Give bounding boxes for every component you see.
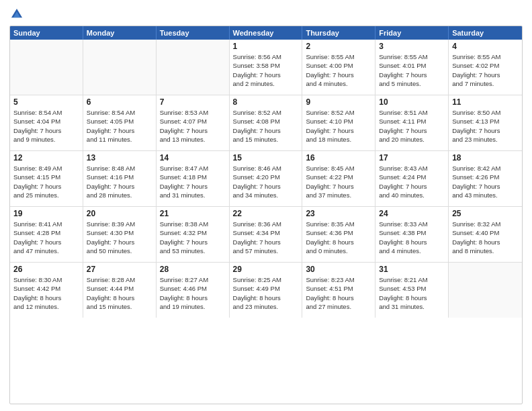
weekday-header: Monday [83, 26, 157, 40]
day-info: Sunrise: 8:53 AM Sunset: 4:07 PM Dayligh… [160, 108, 226, 144]
logo [9, 7, 27, 21]
day-info: Sunrise: 8:43 AM Sunset: 4:24 PM Dayligh… [379, 164, 445, 199]
day-info: Sunrise: 8:49 AM Sunset: 4:15 PM Dayligh… [13, 164, 79, 199]
calendar-row: 26Sunrise: 8:30 AM Sunset: 4:42 PM Dayli… [10, 263, 522, 318]
calendar-cell: 16Sunrise: 8:45 AM Sunset: 4:22 PM Dayli… [302, 151, 375, 206]
day-number: 6 [87, 97, 152, 107]
day-info: Sunrise: 8:46 AM Sunset: 4:20 PM Dayligh… [233, 164, 299, 199]
weekday-header: Wednesday [230, 26, 303, 40]
day-info: Sunrise: 8:54 AM Sunset: 4:04 PM Dayligh… [13, 108, 79, 144]
day-number: 31 [379, 265, 445, 274]
calendar-cell [83, 40, 157, 95]
calendar-cell: 24Sunrise: 8:33 AM Sunset: 4:38 PM Dayli… [375, 207, 449, 262]
day-number: 4 [452, 42, 519, 51]
day-number: 30 [306, 265, 371, 274]
day-number: 27 [87, 265, 152, 274]
day-info: Sunrise: 8:28 AM Sunset: 4:44 PM Dayligh… [87, 275, 152, 311]
day-info: Sunrise: 8:23 AM Sunset: 4:51 PM Dayligh… [306, 275, 371, 311]
day-info: Sunrise: 8:41 AM Sunset: 4:28 PM Dayligh… [13, 220, 79, 255]
day-number: 7 [160, 97, 226, 107]
day-info: Sunrise: 8:56 AM Sunset: 3:58 PM Dayligh… [233, 52, 299, 88]
day-info: Sunrise: 8:55 AM Sunset: 4:02 PM Dayligh… [452, 52, 519, 88]
day-number: 21 [160, 209, 226, 218]
day-number: 19 [13, 209, 79, 218]
day-number: 10 [379, 97, 445, 107]
calendar-cell: 11Sunrise: 8:50 AM Sunset: 4:13 PM Dayli… [449, 95, 522, 150]
day-info: Sunrise: 8:35 AM Sunset: 4:36 PM Dayligh… [306, 220, 371, 255]
calendar-row: 12Sunrise: 8:49 AM Sunset: 4:15 PM Dayli… [10, 151, 522, 207]
weekday-header: Sunday [10, 26, 83, 40]
day-info: Sunrise: 8:30 AM Sunset: 4:42 PM Dayligh… [13, 275, 79, 311]
day-number: 2 [306, 42, 371, 51]
calendar-cell: 8Sunrise: 8:52 AM Sunset: 4:08 PM Daylig… [230, 95, 303, 150]
header [9, 7, 523, 21]
calendar-cell: 17Sunrise: 8:43 AM Sunset: 4:24 PM Dayli… [375, 151, 449, 206]
day-number: 20 [87, 209, 152, 218]
day-info: Sunrise: 8:36 AM Sunset: 4:34 PM Dayligh… [233, 220, 299, 255]
calendar-cell: 27Sunrise: 8:28 AM Sunset: 4:44 PM Dayli… [83, 263, 157, 318]
day-info: Sunrise: 8:42 AM Sunset: 4:26 PM Dayligh… [452, 164, 519, 199]
day-info: Sunrise: 8:52 AM Sunset: 4:10 PM Dayligh… [306, 108, 371, 144]
calendar-body: 1Sunrise: 8:56 AM Sunset: 3:58 PM Daylig… [10, 40, 522, 318]
day-number: 1 [233, 42, 299, 51]
day-number: 29 [233, 265, 299, 274]
day-number: 14 [160, 153, 226, 163]
day-info: Sunrise: 8:21 AM Sunset: 4:53 PM Dayligh… [379, 275, 445, 311]
calendar-cell: 13Sunrise: 8:48 AM Sunset: 4:16 PM Dayli… [83, 151, 157, 206]
calendar-cell: 28Sunrise: 8:27 AM Sunset: 4:46 PM Dayli… [157, 263, 230, 318]
page: SundayMondayTuesdayWednesdayThursdayFrid… [0, 0, 532, 411]
weekday-header: Saturday [449, 26, 522, 40]
day-info: Sunrise: 8:27 AM Sunset: 4:46 PM Dayligh… [160, 275, 226, 311]
calendar-cell: 6Sunrise: 8:54 AM Sunset: 4:05 PM Daylig… [83, 95, 157, 150]
day-info: Sunrise: 8:38 AM Sunset: 4:32 PM Dayligh… [160, 220, 226, 255]
calendar-cell: 2Sunrise: 8:55 AM Sunset: 4:00 PM Daylig… [302, 40, 375, 95]
calendar-cell: 15Sunrise: 8:46 AM Sunset: 4:20 PM Dayli… [230, 151, 303, 206]
calendar-cell: 12Sunrise: 8:49 AM Sunset: 4:15 PM Dayli… [10, 151, 83, 206]
calendar-cell [10, 40, 83, 95]
day-info: Sunrise: 8:50 AM Sunset: 4:13 PM Dayligh… [452, 108, 519, 144]
calendar-cell: 3Sunrise: 8:55 AM Sunset: 4:01 PM Daylig… [375, 40, 449, 95]
calendar-row: 5Sunrise: 8:54 AM Sunset: 4:04 PM Daylig… [10, 95, 522, 151]
calendar-row: 19Sunrise: 8:41 AM Sunset: 4:28 PM Dayli… [10, 207, 522, 263]
calendar-cell: 7Sunrise: 8:53 AM Sunset: 4:07 PM Daylig… [157, 95, 230, 150]
logo-icon [9, 7, 24, 21]
day-info: Sunrise: 8:47 AM Sunset: 4:18 PM Dayligh… [160, 164, 226, 199]
day-info: Sunrise: 8:45 AM Sunset: 4:22 PM Dayligh… [306, 164, 371, 199]
calendar-row: 1Sunrise: 8:56 AM Sunset: 3:58 PM Daylig… [10, 40, 522, 95]
calendar-cell: 20Sunrise: 8:39 AM Sunset: 4:30 PM Dayli… [83, 207, 157, 262]
day-number: 17 [379, 153, 445, 163]
calendar-cell: 9Sunrise: 8:52 AM Sunset: 4:10 PM Daylig… [302, 95, 375, 150]
weekday-header: Tuesday [157, 26, 230, 40]
calendar: SundayMondayTuesdayWednesdayThursdayFrid… [9, 26, 523, 404]
day-number: 15 [233, 153, 299, 163]
day-info: Sunrise: 8:52 AM Sunset: 4:08 PM Dayligh… [233, 108, 299, 144]
calendar-cell: 31Sunrise: 8:21 AM Sunset: 4:53 PM Dayli… [375, 263, 449, 318]
day-number: 12 [13, 153, 79, 163]
day-number: 8 [233, 97, 299, 107]
calendar-cell: 21Sunrise: 8:38 AM Sunset: 4:32 PM Dayli… [157, 207, 230, 262]
calendar-cell: 19Sunrise: 8:41 AM Sunset: 4:28 PM Dayli… [10, 207, 83, 262]
calendar-cell: 26Sunrise: 8:30 AM Sunset: 4:42 PM Dayli… [10, 263, 83, 318]
day-info: Sunrise: 8:48 AM Sunset: 4:16 PM Dayligh… [87, 164, 152, 199]
calendar-cell: 23Sunrise: 8:35 AM Sunset: 4:36 PM Dayli… [302, 207, 375, 262]
calendar-cell: 18Sunrise: 8:42 AM Sunset: 4:26 PM Dayli… [449, 151, 522, 206]
calendar-cell [157, 40, 230, 95]
day-number: 28 [160, 265, 226, 274]
day-number: 3 [379, 42, 445, 51]
calendar-cell: 10Sunrise: 8:51 AM Sunset: 4:11 PM Dayli… [375, 95, 449, 150]
calendar-cell: 1Sunrise: 8:56 AM Sunset: 3:58 PM Daylig… [230, 40, 303, 95]
calendar-cell: 4Sunrise: 8:55 AM Sunset: 4:02 PM Daylig… [449, 40, 522, 95]
weekday-header: Friday [375, 26, 449, 40]
day-info: Sunrise: 8:39 AM Sunset: 4:30 PM Dayligh… [87, 220, 152, 255]
day-info: Sunrise: 8:51 AM Sunset: 4:11 PM Dayligh… [379, 108, 445, 144]
day-info: Sunrise: 8:55 AM Sunset: 4:00 PM Dayligh… [306, 52, 371, 88]
day-info: Sunrise: 8:55 AM Sunset: 4:01 PM Dayligh… [379, 52, 445, 88]
day-number: 11 [452, 97, 519, 107]
calendar-cell: 25Sunrise: 8:32 AM Sunset: 4:40 PM Dayli… [449, 207, 522, 262]
calendar-cell: 30Sunrise: 8:23 AM Sunset: 4:51 PM Dayli… [302, 263, 375, 318]
day-info: Sunrise: 8:54 AM Sunset: 4:05 PM Dayligh… [87, 108, 152, 144]
day-number: 22 [233, 209, 299, 218]
day-number: 24 [379, 209, 445, 218]
day-number: 26 [13, 265, 79, 274]
day-info: Sunrise: 8:25 AM Sunset: 4:49 PM Dayligh… [233, 275, 299, 311]
